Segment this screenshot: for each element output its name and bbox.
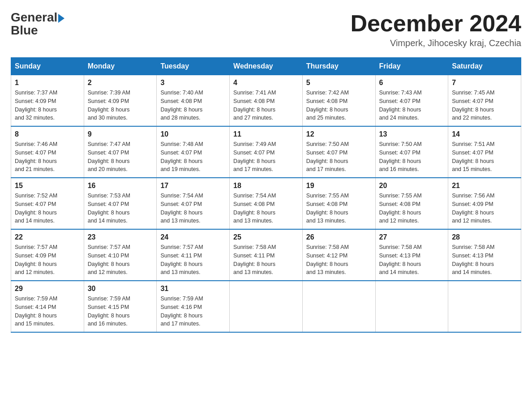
table-row: 29 Sunrise: 7:59 AM Sunset: 4:14 PM Dayl…	[11, 281, 84, 332]
day-info: Sunrise: 7:45 AM Sunset: 4:07 PM Dayligh…	[452, 89, 517, 122]
day-number: 21	[452, 182, 517, 190]
day-info: Sunrise: 7:57 AM Sunset: 4:11 PM Dayligh…	[160, 243, 226, 277]
table-row: 31 Sunrise: 7:59 AM Sunset: 4:16 PM Dayl…	[157, 281, 230, 332]
day-info: Sunrise: 7:58 AM Sunset: 4:12 PM Dayligh…	[306, 243, 372, 277]
header-monday: Monday	[84, 58, 157, 75]
day-info: Sunrise: 7:57 AM Sunset: 4:10 PM Dayligh…	[88, 243, 153, 277]
table-row: 9 Sunrise: 7:47 AM Sunset: 4:07 PM Dayli…	[84, 126, 157, 178]
table-row: 15 Sunrise: 7:52 AM Sunset: 4:07 PM Dayl…	[11, 178, 84, 229]
day-info: Sunrise: 7:37 AM Sunset: 4:09 PM Dayligh…	[15, 89, 80, 122]
calendar-week-row: 29 Sunrise: 7:59 AM Sunset: 4:14 PM Dayl…	[11, 281, 521, 332]
day-info: Sunrise: 7:58 AM Sunset: 4:13 PM Dayligh…	[379, 243, 445, 277]
day-info: Sunrise: 7:58 AM Sunset: 4:13 PM Dayligh…	[452, 243, 517, 277]
day-number: 24	[160, 233, 226, 241]
table-row: 22 Sunrise: 7:57 AM Sunset: 4:09 PM Dayl…	[11, 229, 84, 281]
calendar-week-row: 1 Sunrise: 7:37 AM Sunset: 4:09 PM Dayli…	[11, 75, 521, 127]
header-friday: Friday	[375, 58, 448, 75]
header-wednesday: Wednesday	[230, 58, 303, 75]
day-number: 16	[88, 182, 153, 190]
table-row: 4 Sunrise: 7:41 AM Sunset: 4:08 PM Dayli…	[230, 75, 303, 127]
day-number: 8	[15, 130, 80, 138]
day-info: Sunrise: 7:51 AM Sunset: 4:07 PM Dayligh…	[452, 140, 517, 174]
logo-arrow-icon	[58, 14, 64, 23]
logo: General Blue	[11, 11, 64, 38]
day-number: 4	[233, 79, 299, 87]
day-number: 2	[88, 79, 153, 87]
table-row: 18 Sunrise: 7:54 AM Sunset: 4:08 PM Dayl…	[230, 178, 303, 229]
table-row: 24 Sunrise: 7:57 AM Sunset: 4:11 PM Dayl…	[157, 229, 230, 281]
day-number: 13	[379, 130, 445, 138]
day-number: 10	[160, 130, 226, 138]
day-info: Sunrise: 7:55 AM Sunset: 4:08 PM Dayligh…	[379, 192, 445, 225]
day-number: 7	[452, 79, 517, 87]
day-info: Sunrise: 7:41 AM Sunset: 4:08 PM Dayligh…	[233, 89, 299, 122]
day-info: Sunrise: 7:54 AM Sunset: 4:07 PM Dayligh…	[160, 192, 226, 225]
table-row: 8 Sunrise: 7:46 AM Sunset: 4:07 PM Dayli…	[11, 126, 84, 178]
table-row: 3 Sunrise: 7:40 AM Sunset: 4:08 PM Dayli…	[157, 75, 230, 127]
table-row: 10 Sunrise: 7:48 AM Sunset: 4:07 PM Dayl…	[157, 126, 230, 178]
day-number: 22	[15, 233, 80, 241]
header-sunday: Sunday	[11, 58, 84, 75]
table-row	[448, 281, 521, 332]
day-info: Sunrise: 7:55 AM Sunset: 4:08 PM Dayligh…	[306, 192, 372, 225]
header-tuesday: Tuesday	[157, 58, 230, 75]
day-number: 30	[88, 285, 153, 293]
calendar-week-row: 22 Sunrise: 7:57 AM Sunset: 4:09 PM Dayl…	[11, 229, 521, 281]
day-info: Sunrise: 7:50 AM Sunset: 4:07 PM Dayligh…	[379, 140, 445, 174]
table-row: 2 Sunrise: 7:39 AM Sunset: 4:09 PM Dayli…	[84, 75, 157, 127]
day-number: 9	[88, 130, 153, 138]
day-number: 19	[306, 182, 372, 190]
header-saturday: Saturday	[448, 58, 521, 75]
day-number: 11	[233, 130, 299, 138]
day-number: 15	[15, 182, 80, 190]
day-info: Sunrise: 7:57 AM Sunset: 4:09 PM Dayligh…	[15, 243, 80, 277]
day-info: Sunrise: 7:39 AM Sunset: 4:09 PM Dayligh…	[88, 89, 153, 122]
table-row	[375, 281, 448, 332]
header-thursday: Thursday	[302, 58, 375, 75]
table-row: 28 Sunrise: 7:58 AM Sunset: 4:13 PM Dayl…	[448, 229, 521, 281]
table-row	[230, 281, 303, 332]
table-row: 21 Sunrise: 7:56 AM Sunset: 4:09 PM Dayl…	[448, 178, 521, 229]
calendar-week-row: 8 Sunrise: 7:46 AM Sunset: 4:07 PM Dayli…	[11, 126, 521, 178]
day-number: 18	[233, 182, 299, 190]
table-row: 7 Sunrise: 7:45 AM Sunset: 4:07 PM Dayli…	[448, 75, 521, 127]
table-row: 30 Sunrise: 7:59 AM Sunset: 4:15 PM Dayl…	[84, 281, 157, 332]
logo-general: General	[11, 11, 57, 25]
day-info: Sunrise: 7:59 AM Sunset: 4:15 PM Dayligh…	[88, 295, 153, 328]
day-info: Sunrise: 7:48 AM Sunset: 4:07 PM Dayligh…	[160, 140, 226, 174]
table-row: 16 Sunrise: 7:53 AM Sunset: 4:07 PM Dayl…	[84, 178, 157, 229]
day-info: Sunrise: 7:42 AM Sunset: 4:08 PM Dayligh…	[306, 89, 372, 122]
day-number: 14	[452, 130, 517, 138]
day-number: 6	[379, 79, 445, 87]
day-info: Sunrise: 7:56 AM Sunset: 4:09 PM Dayligh…	[452, 192, 517, 225]
table-row: 11 Sunrise: 7:49 AM Sunset: 4:07 PM Dayl…	[230, 126, 303, 178]
table-row	[302, 281, 375, 332]
day-info: Sunrise: 7:52 AM Sunset: 4:07 PM Dayligh…	[15, 192, 80, 225]
day-number: 17	[160, 182, 226, 190]
calendar-header-row: Sunday Monday Tuesday Wednesday Thursday…	[11, 58, 521, 75]
day-info: Sunrise: 7:47 AM Sunset: 4:07 PM Dayligh…	[88, 140, 153, 174]
day-info: Sunrise: 7:50 AM Sunset: 4:07 PM Dayligh…	[306, 140, 372, 174]
day-info: Sunrise: 7:43 AM Sunset: 4:07 PM Dayligh…	[379, 89, 445, 122]
location-label: Vimperk, Jihocesky kraj, Czechia	[350, 38, 521, 48]
table-row: 13 Sunrise: 7:50 AM Sunset: 4:07 PM Dayl…	[375, 126, 448, 178]
day-number: 29	[15, 285, 80, 293]
day-number: 26	[306, 233, 372, 241]
day-number: 20	[379, 182, 445, 190]
day-number: 28	[452, 233, 517, 241]
day-info: Sunrise: 7:49 AM Sunset: 4:07 PM Dayligh…	[233, 140, 299, 174]
table-row: 25 Sunrise: 7:58 AM Sunset: 4:11 PM Dayl…	[230, 229, 303, 281]
month-title: December 2024	[350, 11, 521, 36]
table-row: 12 Sunrise: 7:50 AM Sunset: 4:07 PM Dayl…	[302, 126, 375, 178]
title-block: December 2024 Vimperk, Jihocesky kraj, C…	[350, 11, 521, 48]
table-row: 1 Sunrise: 7:37 AM Sunset: 4:09 PM Dayli…	[11, 75, 84, 127]
day-number: 12	[306, 130, 372, 138]
table-row: 23 Sunrise: 7:57 AM Sunset: 4:10 PM Dayl…	[84, 229, 157, 281]
day-info: Sunrise: 7:59 AM Sunset: 4:16 PM Dayligh…	[160, 295, 226, 328]
calendar-table: Sunday Monday Tuesday Wednesday Thursday…	[11, 57, 521, 333]
day-number: 27	[379, 233, 445, 241]
day-info: Sunrise: 7:46 AM Sunset: 4:07 PM Dayligh…	[15, 140, 80, 174]
calendar-week-row: 15 Sunrise: 7:52 AM Sunset: 4:07 PM Dayl…	[11, 178, 521, 229]
day-info: Sunrise: 7:54 AM Sunset: 4:08 PM Dayligh…	[233, 192, 299, 225]
table-row: 19 Sunrise: 7:55 AM Sunset: 4:08 PM Dayl…	[302, 178, 375, 229]
